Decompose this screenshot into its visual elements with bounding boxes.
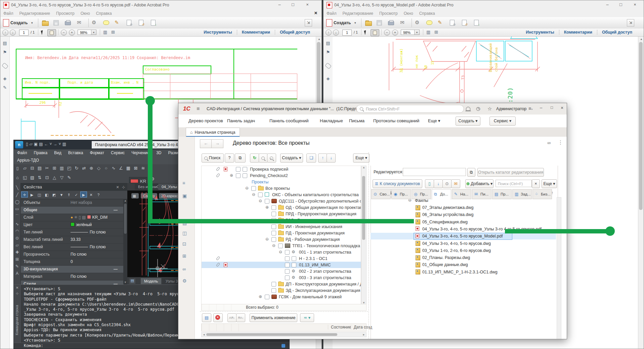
open-edit-catalog-button[interactable]: Открыть каталог редактирования — [477, 168, 544, 177]
zoom-in-icon[interactable]: + — [392, 30, 398, 36]
qat-icon[interactable]: ▥ — [62, 142, 66, 146]
move-up-button[interactable]: ↑ — [318, 154, 327, 163]
file-row[interactable]: 07_Этапы демонтажа.dwg — [371, 204, 556, 211]
checkbox[interactable] — [271, 231, 276, 235]
highlight-pen-icon[interactable]: ✎ — [115, 19, 119, 26]
property-value[interactable]: ● ✳ ▯ ▤ KR_DIM — [71, 214, 108, 221]
email-icon[interactable]: ✉ — [77, 19, 81, 26]
print-icon[interactable]: ◫ — [182, 230, 187, 236]
history-icon[interactable]: ◷ — [476, 106, 480, 111]
layout-list-icon[interactable]: ▤ — [129, 278, 135, 284]
forward-button[interactable]: → — [211, 139, 223, 148]
checkbox[interactable] — [236, 173, 241, 178]
qat-icon[interactable]: ▣ — [34, 142, 38, 146]
tree-row[interactable]: ⊕ГС9К - Дом панельный 9 этажей — [202, 294, 361, 300]
toolbar-icon[interactable]: ▥ — [58, 166, 66, 171]
toolbar-icon[interactable]: ⊡ — [43, 175, 51, 180]
file-status-button[interactable]: ▯ — [425, 179, 434, 188]
create-button[interactable]: Создать — [10, 20, 28, 25]
menu-item[interactable]: 3D — [153, 149, 165, 155]
draw-tool-icon[interactable]: ∿ — [14, 222, 20, 226]
checkbox[interactable] — [271, 212, 276, 216]
toolbar-icon[interactable]: ⇅ — [36, 175, 43, 180]
toolbar-icon[interactable]: ≋ — [139, 166, 147, 171]
help-button[interactable]: ? — [225, 154, 234, 163]
draw-tool-icon[interactable]: ⊙ — [14, 236, 20, 241]
property-row[interactable]: МатериалПо слою — [21, 273, 124, 280]
maximize-button[interactable]: □ — [551, 105, 553, 110]
move-down-button[interactable]: ↓ — [327, 154, 336, 163]
sort-desc-button[interactable]: ЯА↓ — [236, 313, 245, 322]
tree-item-label[interactable]: Проекты — [252, 180, 268, 184]
qat-icon[interactable]: → — [53, 142, 57, 146]
settings-slider-button[interactable]: ≂ ▾ — [300, 313, 314, 322]
toolbar-icon[interactable]: ▱ — [21, 166, 29, 171]
selection-tool-icon[interactable]: ◫ — [36, 192, 43, 198]
page-number-input[interactable]: 1 — [342, 30, 352, 36]
selection-tool-icon[interactable]: ⇑ — [66, 192, 72, 198]
properties-section[interactable]: 3D-визуализация— — [21, 266, 124, 273]
expander-icon[interactable]: ⊖ — [245, 186, 249, 190]
tree-item-label[interactable]: 002 - 2 этап строительства — [299, 269, 351, 274]
file-row[interactable]: 06_Этапы устройства.dwg — [371, 211, 556, 218]
zoom-in-icon[interactable]: + — [69, 30, 75, 36]
toolbar-icon[interactable]: ⇄ — [80, 166, 88, 171]
panel-link[interactable]: Общий доступ — [275, 30, 315, 35]
expander-icon[interactable]: ⊖ — [252, 192, 255, 197]
toolbar-icon[interactable]: ▽ — [58, 175, 66, 180]
checkbox[interactable] — [278, 244, 283, 248]
menu-item[interactable]: Вставка — [65, 149, 87, 155]
more-actions-icon-button[interactable]: ⊙ — [442, 179, 452, 188]
menu-item[interactable]: Просмотр — [376, 10, 401, 16]
selection-tool-icon[interactable]: ✛ — [21, 191, 28, 198]
tree-row[interactable]: ИИ - Инженерные изыскания — [202, 223, 361, 230]
selection-tool-icon[interactable]: ? — [95, 192, 102, 198]
file-row[interactable]: 04_Узлы 3-го, 4-го, 5-го ярусов.dwg — [371, 240, 556, 247]
expand-toolbar-button[interactable]: ⇲ — [627, 19, 634, 27]
export-icon[interactable]: ↓ — [474, 20, 479, 26]
attachments-icon[interactable] — [326, 59, 331, 72]
expander-icon[interactable]: ⊕ — [259, 295, 262, 299]
toolbar-icon[interactable]: ↻ — [73, 166, 80, 171]
highlight-pen-icon[interactable]: ✎ — [438, 19, 442, 26]
file-name[interactable]: 06_Этапы устройства.dwg — [422, 212, 473, 217]
properties-section[interactable]: Общие— — [21, 207, 124, 214]
hand-tool-button[interactable] — [371, 29, 379, 36]
toolbar-icon[interactable]: ∠ — [117, 166, 125, 171]
checkbox[interactable] — [243, 173, 247, 178]
zoom-out-node-button[interactable] — [259, 154, 268, 163]
selection-tool-icon[interactable]: ✓ — [73, 192, 80, 198]
checkbox[interactable] — [285, 250, 290, 255]
detail-tab-3[interactable]: ◎Пр... — [412, 189, 431, 199]
toolbar-icon[interactable]: ▤ — [36, 166, 43, 171]
create-node-button[interactable]: Создать ▾ — [280, 154, 303, 163]
file-name[interactable]: 04_Узлы 3-го, 4-го, 5-го ярусов_Model.pd… — [422, 234, 503, 238]
property-value[interactable]: По слою — [71, 251, 86, 258]
fit-width-icon[interactable]: ⊞ — [434, 30, 438, 35]
doc-revert-icon[interactable]: ↺ — [462, 20, 467, 26]
detail-tab-7[interactable]: ▤Пр... — [492, 189, 512, 199]
menu-item[interactable]: Формат — [86, 149, 108, 155]
tree-item-label[interactable]: Все проекты — [265, 186, 290, 191]
file-name[interactable]: 01.13_ИП_ММС_Р_1-Н-2.3.1-ОС1.dwg — [422, 270, 498, 274]
checkbox[interactable] — [265, 199, 269, 204]
tree-row[interactable]: ПРД - Предпроектная документация — [202, 211, 361, 217]
draw-tool-icon[interactable]: ▭ — [14, 207, 20, 211]
detail-tab-8[interactable]: ▥Зад... — [512, 189, 532, 199]
tree-row[interactable]: ⊖ОДС111 - Обустройство дополнительной ск… — [202, 198, 361, 204]
detail-tab-5[interactable]: ✎На... — [452, 189, 471, 199]
menu-item[interactable]: Appius-ТДО — [14, 157, 42, 163]
fit-width-icon[interactable]: ⊞ — [111, 30, 115, 35]
detail-tab-4[interactable]: ⧉До... — [432, 189, 451, 200]
tree-row[interactable]: ⊖Все проекты — [202, 185, 361, 191]
tree-item-label[interactable]: 01.13_ИМ_ММС — [299, 263, 331, 267]
property-row[interactable]: ПрозрачностьПо слою — [21, 251, 124, 258]
pin-icon[interactable]: ⊞ — [182, 253, 186, 259]
draw-tool-icon[interactable]: ⌒ — [14, 214, 20, 219]
command-prompt-row[interactable]: Команда: — [14, 343, 289, 349]
property-value[interactable]: Нет набора — [71, 199, 92, 206]
tree-item-label[interactable]: ИИ - Инженерные изыскания — [286, 224, 342, 229]
kebab-menu-icon[interactable]: ⋮ — [558, 139, 563, 145]
panel-link[interactable]: Общий доступ — [597, 30, 637, 35]
toolbar-icon[interactable]: ◰ — [66, 166, 73, 171]
